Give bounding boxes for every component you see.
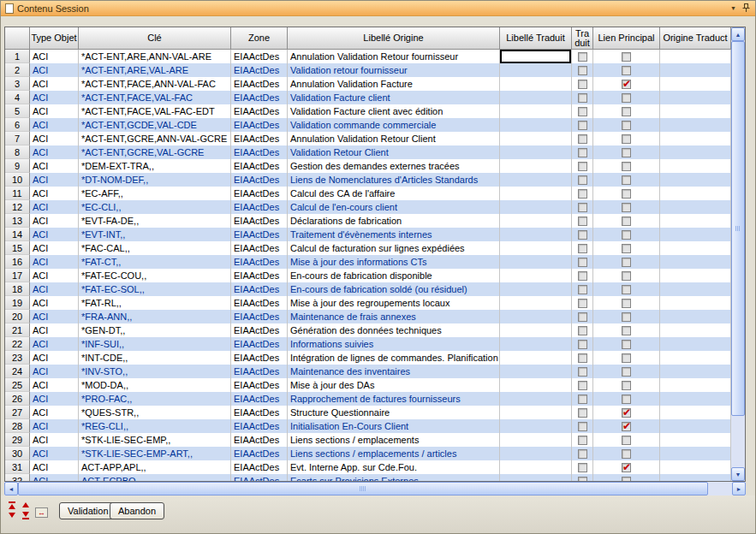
- cell-zone[interactable]: EIAActDes: [231, 323, 288, 337]
- cell-traduit[interactable]: [572, 310, 593, 323]
- cell-origine-traduct[interactable]: [660, 378, 731, 392]
- cell-traduit[interactable]: [572, 433, 593, 447]
- cell-lien-principal[interactable]: [593, 296, 660, 310]
- cell-zone[interactable]: EIAActDes: [231, 173, 288, 187]
- traduit-checkbox[interactable]: [578, 80, 587, 89]
- cell-libelle-traduit[interactable]: [500, 173, 572, 187]
- cell-origine-traduct[interactable]: [660, 282, 731, 296]
- cell-libelle-traduit[interactable]: [500, 323, 572, 337]
- cell-libelle-traduit[interactable]: [500, 310, 572, 323]
- lien-principal-checkbox[interactable]: [622, 258, 631, 267]
- lien-principal-checkbox[interactable]: [622, 285, 631, 294]
- traduit-checkbox[interactable]: [578, 340, 587, 349]
- cell-cle[interactable]: *EC-AFF,,: [79, 187, 231, 200]
- cell-libelle-traduit[interactable]: [500, 406, 572, 419]
- cell-libelle-origine[interactable]: Annulation Validation Retour fournisseur: [288, 50, 500, 63]
- cell-traduit[interactable]: [572, 173, 593, 187]
- cell-type-objet[interactable]: ACI: [30, 159, 79, 173]
- vertical-scroll-thumb[interactable]: [731, 41, 745, 416]
- cell-zone[interactable]: EIAActDes: [231, 77, 288, 91]
- traduit-checkbox[interactable]: [578, 93, 587, 103]
- cell-origine-traduct[interactable]: [660, 310, 731, 323]
- lien-principal-checkbox[interactable]: [622, 367, 631, 377]
- cell-libelle-traduit[interactable]: [500, 91, 572, 104]
- cell-libelle-origine[interactable]: Validation retour fournisseur: [288, 63, 500, 77]
- cell-type-objet[interactable]: ACI: [30, 406, 79, 419]
- cell-zone[interactable]: EIAActDes: [231, 228, 288, 241]
- cell-cle[interactable]: *STK-LIE-SEC-EMP-ART,,: [79, 447, 231, 460]
- traduit-checkbox[interactable]: [578, 107, 587, 116]
- traduit-checkbox[interactable]: [578, 408, 587, 418]
- cell-zone[interactable]: EIAActDes: [231, 310, 288, 323]
- traduit-checkbox[interactable]: [578, 477, 587, 482]
- cell-origine-traduct[interactable]: [660, 269, 731, 282]
- cell-origine-traduct[interactable]: [660, 365, 731, 378]
- cell-libelle-origine[interactable]: Mise à jour des DAs: [288, 378, 500, 392]
- cell-libelle-origine[interactable]: Gestion des demandes externes tracées: [288, 159, 500, 173]
- cell-cle[interactable]: *ACT-ENT,FACE,ANN-VAL-FAC: [79, 77, 231, 91]
- row-number[interactable]: 12: [5, 200, 30, 214]
- cell-type-objet[interactable]: ACI: [30, 241, 79, 255]
- traduit-checkbox[interactable]: [578, 230, 587, 240]
- cell-type-objet[interactable]: ACI: [30, 351, 79, 365]
- lien-principal-checkbox[interactable]: [622, 477, 631, 482]
- table-row[interactable]: 29ACI*STK-LIE-SEC-EMP,,EIAActDesLiens se…: [5, 433, 731, 447]
- cell-origine-traduct[interactable]: [660, 447, 731, 460]
- lien-principal-checkbox[interactable]: [622, 340, 631, 349]
- resize-grid-icon[interactable]: ↔: [35, 507, 48, 518]
- cell-zone[interactable]: EIAActDes: [231, 296, 288, 310]
- cell-libelle-traduit[interactable]: [500, 159, 572, 173]
- traduit-checkbox[interactable]: [578, 244, 587, 253]
- cell-libelle-traduit[interactable]: [500, 63, 572, 77]
- cell-libelle-traduit[interactable]: [500, 282, 572, 296]
- cell-zone[interactable]: EIAActDes: [231, 241, 288, 255]
- traduit-checkbox[interactable]: [578, 162, 587, 171]
- cell-traduit[interactable]: [572, 337, 593, 351]
- cell-traduit[interactable]: [572, 378, 593, 392]
- lien-principal-checkbox[interactable]: [622, 326, 631, 335]
- traduit-checkbox[interactable]: [578, 422, 587, 431]
- row-number[interactable]: 15: [5, 241, 30, 255]
- cell-libelle-origine[interactable]: Liens sections / emplacements: [288, 433, 500, 447]
- cell-type-objet[interactable]: ACI: [30, 447, 79, 460]
- cell-zone[interactable]: EIAActDes: [231, 406, 288, 419]
- cell-origine-traduct[interactable]: [660, 77, 731, 91]
- cell-lien-principal[interactable]: [593, 419, 660, 433]
- lien-principal-checkbox[interactable]: [622, 107, 631, 116]
- cell-zone[interactable]: EIAActDes: [231, 337, 288, 351]
- cell-libelle-traduit[interactable]: [500, 269, 572, 282]
- last-record-icon[interactable]: [20, 511, 31, 519]
- cell-cle[interactable]: *ACT-ENT,GCDE,VAL-CDE: [79, 118, 231, 132]
- cell-zone[interactable]: EIAActDes: [231, 50, 288, 63]
- cell-origine-traduct[interactable]: [660, 104, 731, 118]
- abandon-button[interactable]: Abandon: [110, 502, 164, 519]
- cell-zone[interactable]: EIAActDes: [231, 200, 288, 214]
- table-row[interactable]: 23ACI*INT-CDE,,EIAActDesIntégration de l…: [5, 351, 731, 365]
- cell-lien-principal[interactable]: [593, 145, 660, 159]
- row-number[interactable]: 25: [5, 378, 30, 392]
- cell-type-objet[interactable]: ACI: [30, 337, 79, 351]
- cell-libelle-origine[interactable]: Calcul de facturation sur lignes expédié…: [288, 241, 500, 255]
- table-row[interactable]: 6ACI*ACT-ENT,GCDE,VAL-CDEEIAActDesValida…: [5, 118, 731, 132]
- cell-libelle-origine[interactable]: Génération des données techniques: [288, 323, 500, 337]
- row-number[interactable]: 32: [5, 474, 30, 481]
- table-row[interactable]: 24ACI*INV-STO,,EIAActDesMaintenance des …: [5, 365, 731, 378]
- cell-lien-principal[interactable]: [593, 228, 660, 241]
- cell-type-objet[interactable]: ACI: [30, 118, 79, 132]
- cell-traduit[interactable]: [572, 392, 593, 406]
- cell-lien-principal[interactable]: [593, 187, 660, 200]
- cell-origine-traduct[interactable]: [660, 392, 731, 406]
- cell-cle[interactable]: *QUES-STR,,: [79, 406, 231, 419]
- cell-libelle-traduit[interactable]: [500, 296, 572, 310]
- cell-cle[interactable]: *FAT-EC-SOL,,: [79, 282, 231, 296]
- traduit-checkbox[interactable]: [578, 312, 587, 322]
- lien-principal-checkbox[interactable]: [622, 203, 631, 212]
- cell-libelle-origine[interactable]: Rapprochement de factures fournisseurs: [288, 392, 500, 406]
- lien-principal-checkbox[interactable]: [622, 353, 631, 363]
- cell-libelle-origine[interactable]: Evt. Interne App. sur Cde.Fou.: [288, 460, 500, 474]
- cell-traduit[interactable]: [572, 323, 593, 337]
- traduit-checkbox[interactable]: [578, 299, 587, 308]
- cell-libelle-origine[interactable]: Déclarations de fabrication: [288, 214, 500, 228]
- cell-origine-traduct[interactable]: [660, 63, 731, 77]
- cell-zone[interactable]: EIAActDes: [231, 145, 288, 159]
